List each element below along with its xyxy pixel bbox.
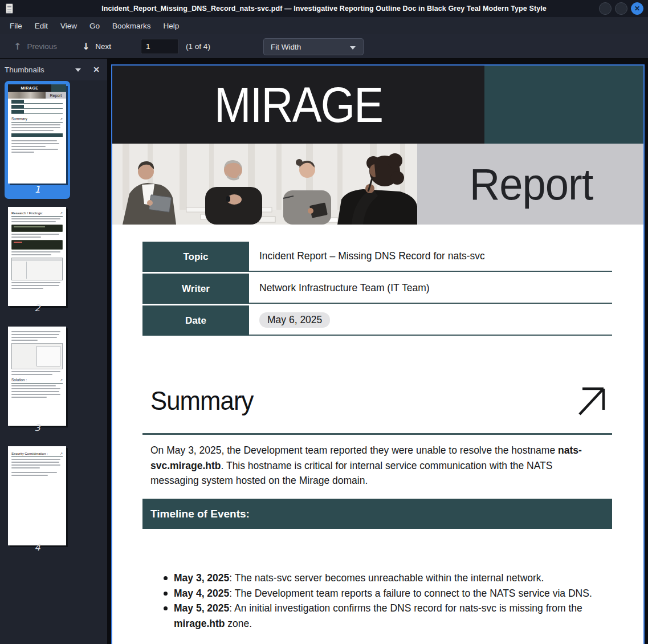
sidebar-close-button[interactable]: ✕	[90, 63, 103, 76]
mini-summary-heading: Summary	[11, 117, 27, 121]
document-viewer-window: Incident_Report_Missing_DNS_Record_nats-…	[0, 0, 648, 644]
previous-page-button[interactable]: ↑ Previous	[8, 38, 63, 55]
mini-terminal	[11, 240, 63, 250]
date-label: Date	[142, 305, 249, 336]
menu-item-view[interactable]: View	[55, 19, 82, 32]
mini-timeline-banner	[11, 133, 63, 137]
down-arrow-icon: ↓	[82, 41, 89, 52]
close-button[interactable]: ✕	[631, 2, 643, 15]
info-table: Topic Incident Report – Missing DNS Reco…	[142, 242, 612, 337]
date-pill: May 6, 2025	[259, 312, 330, 328]
chevron-down-icon	[350, 46, 356, 50]
topic-value: Incident Report – Missing DNS Record for…	[249, 242, 612, 272]
summary-heading: Summary	[150, 385, 254, 416]
date-value: May 6, 2025	[249, 305, 612, 336]
mini-photo	[8, 92, 46, 99]
document-view[interactable]: MIRAGE	[107, 59, 648, 644]
summary-paragraph: On May 3, 2025, the Development team rep…	[150, 443, 601, 488]
topic-label: Topic	[142, 242, 249, 272]
table-row-date: Date May 6, 2025	[142, 305, 612, 336]
table-row-topic: Topic Incident Report – Missing DNS Reco…	[142, 242, 612, 272]
zoom-level-value: Fit Width	[271, 43, 301, 51]
mini-solution-heading: Solution :	[11, 378, 27, 382]
thumbnail-page-3[interactable]: Solution : ↗	[8, 327, 66, 426]
thumbnail-page-2[interactable]: Research / Findings: ↗	[8, 207, 66, 306]
summary-text: On May 3, 2025, the Development team rep…	[150, 445, 558, 456]
timeline-event: May 3, 2025: The nats-svc server becomes…	[164, 570, 602, 586]
mini-arrow-icon: ↗	[60, 378, 63, 382]
thumbnail-1-number: 1	[5, 184, 70, 195]
mini-brand: MIRAGE	[8, 84, 51, 92]
menu-item-file[interactable]: File	[5, 19, 27, 32]
titlebar: Incident_Report_Missing_DNS_Record_nats-…	[0, 0, 648, 17]
writer-label: Writer	[142, 274, 249, 304]
zoom-level-select[interactable]: Fit Width	[263, 38, 364, 55]
masthead-teal-block	[484, 66, 645, 144]
mini-security-heading: Security Consideration :	[11, 452, 48, 455]
mini-photo-row: Report	[8, 92, 66, 99]
thumbnail-page-4[interactable]: Security Consideration : ↗	[8, 446, 66, 545]
sidebar-dropdown-icon[interactable]	[75, 68, 81, 72]
thumbnail-2-number: 2	[5, 303, 70, 313]
meeting-photo	[112, 144, 417, 225]
sidebar-header: Thumbnails ✕	[0, 59, 107, 80]
toolbar: ↑ Previous ↓ Next (1 of 4) Fit Width	[0, 34, 648, 59]
mini-dns-window	[11, 258, 63, 280]
next-label: Next	[95, 42, 111, 51]
section-divider	[142, 433, 612, 435]
masthead-dark-block: MIRAGE	[112, 66, 484, 144]
app-icon	[6, 3, 13, 14]
menubar: File Edit View Go Bookmarks Help	[0, 17, 648, 34]
bullet-icon	[164, 606, 168, 610]
timeline-events: May 3, 2025: The nats-svc server becomes…	[164, 570, 602, 631]
bullet-icon	[164, 592, 168, 596]
arrow-up-right-icon	[574, 385, 608, 418]
menu-item-bookmarks[interactable]: Bookmarks	[107, 19, 156, 32]
mini-research-heading: Research / Findings:	[11, 211, 43, 215]
thumbnail-3-number: 3	[5, 422, 70, 433]
mini-arrow-icon: ↗	[60, 451, 63, 455]
brand-title: MIRAGE	[214, 76, 382, 134]
menu-item-go[interactable]: Go	[84, 19, 105, 32]
maximize-button[interactable]	[615, 2, 627, 15]
menu-item-help[interactable]: Help	[158, 19, 185, 32]
thumbnails-sidebar: Thumbnails ✕ MIRAGE Report Summary ↗	[0, 59, 107, 644]
thumbnail-4-number: 4	[5, 542, 70, 553]
menu-item-edit[interactable]: Edit	[30, 19, 53, 32]
next-page-button[interactable]: ↓ Next	[76, 38, 117, 55]
pdf-page-1: MIRAGE	[111, 64, 645, 644]
mini-teal-block	[51, 84, 66, 92]
timeline-heading: Timeline of Events:	[150, 508, 250, 520]
mini-header: MIRAGE	[8, 84, 66, 92]
table-row-writer: Writer Network Infrastructure Team (IT T…	[142, 274, 612, 304]
mini-arrow-icon: ↗	[60, 117, 63, 121]
page-count-label: (1 of 4)	[186, 42, 210, 51]
previous-label: Previous	[27, 42, 57, 51]
mini-report: Report	[46, 92, 66, 99]
timeline-banner: Timeline of Events:	[142, 499, 612, 529]
bullet-icon	[164, 576, 168, 580]
masthead-grey-block: Report	[417, 144, 645, 225]
writer-value: Network Infrastructure Team (IT Team)	[249, 274, 612, 304]
minimize-button[interactable]	[599, 2, 612, 15]
mini-terminal	[11, 225, 63, 232]
window-title: Incident_Report_Missing_DNS_Record_nats-…	[0, 5, 648, 13]
timeline-event: May 5, 2025: An initial investigation co…	[164, 601, 602, 631]
up-arrow-icon: ↑	[14, 41, 21, 52]
report-title: Report	[470, 158, 593, 210]
thumbnail-page-1[interactable]: MIRAGE Report Summary ↗	[8, 84, 66, 184]
mini-arrow-icon: ↗	[60, 211, 63, 215]
sidebar-title: Thumbnails	[5, 66, 44, 74]
mini-dialog-window	[11, 343, 63, 369]
timeline-event: May 4, 2025: The Development team report…	[164, 586, 602, 601]
page-number-input[interactable]	[141, 39, 179, 54]
